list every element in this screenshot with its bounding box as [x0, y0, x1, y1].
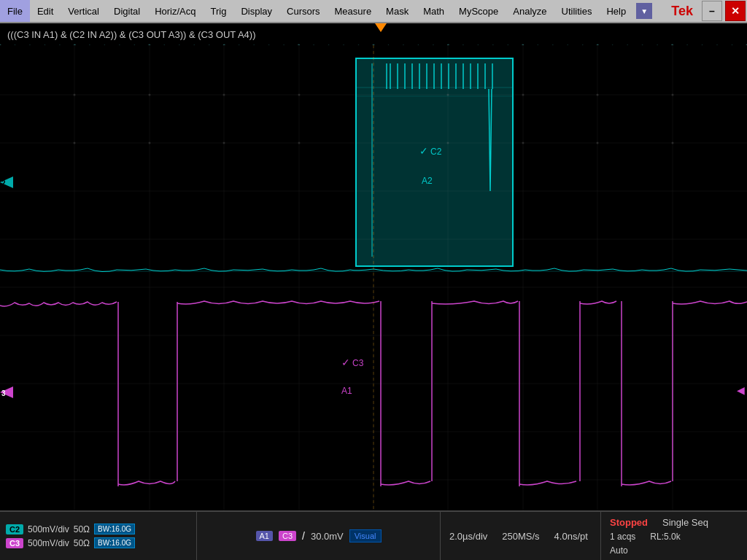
svg-text:◀: ◀	[737, 384, 745, 396]
menu-measure[interactable]: Measure	[328, 0, 379, 22]
auto-row: Auto	[610, 545, 738, 556]
menu-analyze[interactable]: Analyze	[506, 0, 554, 22]
close-button[interactable]: ✕	[725, 1, 746, 21]
a1-badge: A1	[256, 531, 273, 541]
status-bar: C2 500mV/div 50Ω BW:16.0G C3 500mV/div 5…	[0, 510, 747, 560]
svg-point-61	[149, 94, 151, 96]
svg-point-73	[522, 142, 525, 144]
menu-mask[interactable]: Mask	[379, 0, 416, 22]
svg-point-75	[672, 142, 674, 144]
ch3-bw-badge: BW:16.0G	[94, 537, 135, 548]
svg-point-60	[74, 94, 76, 96]
menu-display[interactable]: Display	[233, 0, 279, 22]
menu-digital[interactable]: Digital	[107, 0, 147, 22]
ch3-volt: 500mV/div	[28, 538, 69, 548]
ch2-volt: 500mV/div	[28, 524, 69, 534]
formula-bar: (((C3 IN A1) & (C2 IN A2)) & (C3 OUT A3)…	[7, 29, 255, 40]
svg-point-62	[223, 94, 225, 96]
svg-point-65	[522, 94, 525, 96]
svg-point-74	[597, 142, 599, 144]
stopped-label: Stopped	[610, 517, 648, 528]
measurement-display: A1 C3 / 30.0mV Visual	[197, 512, 441, 560]
ch3-status-row: C3 500mV/div 50Ω BW:16.0G	[6, 537, 190, 548]
channel-params: C2 500mV/div 50Ω BW:16.0G C3 500mV/div 5…	[0, 512, 197, 560]
menu-bar: File Edit Vertical Digital Horiz/Acq Tri…	[0, 0, 747, 23]
auto-label: Auto	[610, 545, 628, 556]
zoom-c3-label: C3	[352, 358, 364, 368]
minimize-button[interactable]: –	[702, 1, 722, 21]
single-seq-label: Single Seq	[662, 517, 708, 528]
c3-sm-badge: C3	[279, 531, 296, 541]
ch2-status-row: C2 500mV/div 50Ω BW:16.0G	[6, 524, 190, 534]
menu-cursors[interactable]: Cursors	[279, 0, 328, 22]
menu-file[interactable]: File	[0, 0, 30, 22]
svg-point-66	[597, 94, 599, 96]
time-div-row: 2.0µs/div 250MS/s 4.0ns/pt	[449, 531, 592, 542]
ch2-badge: C2	[6, 524, 23, 534]
menu-trig[interactable]: Trig	[203, 0, 233, 22]
visual-badge: Visual	[349, 529, 382, 542]
menu-utilities[interactable]: Utilities	[554, 0, 600, 22]
tek-logo: Tek	[664, 4, 700, 19]
svg-point-70	[223, 142, 225, 144]
acquisition-status: Stopped Single Seq 1 acqs RL:5.0k Auto	[601, 512, 747, 560]
svg-point-72	[447, 142, 449, 144]
svg-point-64	[447, 94, 449, 96]
time-per-pt-value: 4.0ns/pt	[554, 531, 588, 542]
svg-point-63	[298, 94, 301, 96]
time-div-value: 2.0µs/div	[449, 531, 487, 542]
ch3-ohm: 50Ω	[74, 538, 90, 548]
dropdown-arrow-icon[interactable]: ▼	[636, 3, 652, 19]
svg-text:✓: ✓	[341, 357, 350, 368]
svg-text:✓: ✓	[419, 145, 428, 157]
svg-point-68	[74, 142, 76, 144]
ch3-badge: C3	[6, 538, 23, 548]
svg-point-69	[149, 142, 151, 144]
menu-help[interactable]: Help	[599, 0, 633, 22]
scope-display: (((C3 IN A1) & (C2 IN A2)) & (C3 OUT A3)…	[0, 23, 747, 510]
zoom-a2-label: A2	[422, 176, 433, 186]
menu-edit[interactable]: Edit	[30, 0, 61, 22]
time-params: 2.0µs/div 250MS/s 4.0ns/pt	[441, 512, 601, 560]
svg-text:2: 2	[1, 179, 6, 187]
formula-text: (((C3 IN A1) & (C2 IN A2)) & (C3 OUT A3)…	[7, 29, 255, 40]
menu-myscope[interactable]: MyScope	[452, 0, 506, 22]
svg-point-71	[298, 142, 301, 144]
mv-value: 30.0mV	[311, 531, 344, 542]
acqs-row: 1 acqs RL:5.0k	[610, 532, 738, 542]
sample-rate-value: 250MS/s	[502, 531, 539, 542]
menu-math[interactable]: Math	[416, 0, 452, 22]
ch2-ohm: 50Ω	[74, 524, 90, 534]
menu-vertical[interactable]: Vertical	[61, 0, 107, 22]
zoom-a1-label: A1	[341, 386, 352, 396]
zoom-c2-label: C2	[430, 147, 442, 157]
ch2-bw-badge: BW:16.0G	[94, 524, 135, 534]
acqs-label: 1 acqs	[610, 532, 635, 542]
rl-label: RL:5.0k	[650, 532, 680, 542]
waveform-display: ✓ C2 A2 ✓ C3 A1 2 3 ◀	[0, 23, 747, 510]
menu-horiz-acq[interactable]: Horiz/Acq	[147, 0, 203, 22]
slash-icon: /	[302, 530, 305, 542]
svg-point-67	[672, 94, 674, 96]
stopped-row: Stopped Single Seq	[610, 517, 738, 528]
svg-text:3: 3	[1, 389, 6, 397]
